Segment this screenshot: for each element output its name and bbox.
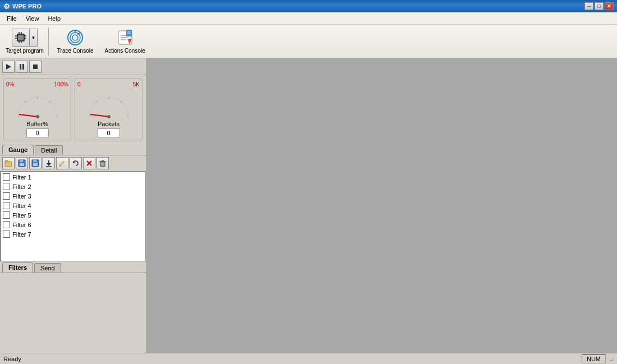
filter-checkbox[interactable] (3, 211, 10, 219)
filter-edit-button[interactable] (56, 157, 68, 169)
packets-gauge-name: Packets (98, 121, 119, 127)
filter-toolbar: + (0, 155, 146, 172)
target-program-button[interactable]: ▼ Target program (4, 26, 45, 56)
svg-rect-8 (21, 42, 22, 43)
filter-checkbox[interactable] (3, 202, 10, 209)
buffer-gauge-svg (12, 89, 63, 119)
filter-undo-button[interactable] (70, 157, 82, 169)
actions-label: Actions Console (104, 48, 145, 54)
buffer-gauge: 0% 100% (3, 79, 71, 140)
svg-rect-25 (33, 64, 38, 69)
filter-checkbox[interactable] (3, 173, 10, 181)
target-dropdown-arrow[interactable]: ▼ (30, 29, 38, 47)
status-right: NUM (582, 354, 614, 363)
title-bar-left: ⚙ WPE PRO (3, 2, 42, 11)
trace-console-icon (66, 29, 84, 47)
actions-icon (116, 29, 134, 47)
menu-view[interactable]: View (21, 14, 44, 23)
packets-gauge-svg (84, 89, 134, 119)
tab-filters[interactable]: Filters (2, 262, 33, 273)
save-icon (18, 159, 26, 167)
app-icon: ⚙ (3, 2, 10, 11)
filter-item-label: Filter 4 (12, 202, 31, 209)
filter-trash-button[interactable] (96, 157, 109, 169)
edit-icon (58, 159, 66, 167)
filter-list[interactable]: Filter 1Filter 2Filter 3Filter 4Filter 5… (0, 172, 146, 261)
svg-rect-3 (25, 35, 26, 36)
tab-gauge[interactable]: Gauge (2, 145, 34, 155)
pause-icon (19, 63, 25, 70)
tab-detail[interactable]: Detail (35, 145, 63, 155)
svg-rect-19 (126, 30, 132, 36)
filter-item-label: Filter 2 (12, 183, 31, 190)
undo-icon (72, 159, 80, 167)
filter-item[interactable]: Filter 6 (1, 220, 145, 229)
maximize-button[interactable]: □ (595, 2, 604, 10)
actions-console-button[interactable]: Actions Console (99, 26, 150, 57)
svg-text:+: + (36, 160, 38, 163)
svg-rect-4 (25, 38, 26, 39)
num-indicator: NUM (582, 354, 606, 363)
close-button[interactable]: ✕ (605, 2, 614, 10)
svg-rect-1 (15, 35, 17, 36)
buffer-min-label: 0% (6, 81, 14, 87)
controls-bar (0, 58, 146, 75)
filter-delete-button[interactable] (83, 157, 95, 169)
menu-file[interactable]: File (2, 14, 21, 23)
packets-gauge-labels: 0 5K (77, 81, 140, 87)
left-panel: 0% 100% (0, 58, 147, 353)
svg-point-12 (72, 35, 78, 40)
trace-label: Trace Console (57, 48, 94, 54)
svg-rect-58 (102, 160, 104, 162)
filter-checkbox[interactable] (3, 183, 10, 190)
packets-max-label: 5K (133, 81, 140, 87)
pause-button[interactable] (16, 61, 28, 73)
minimize-button[interactable]: ─ (584, 2, 593, 10)
packets-min-label: 0 (77, 81, 81, 87)
filter-item[interactable]: Filter 7 (1, 229, 145, 239)
open-folder-icon (4, 159, 12, 167)
svg-rect-9 (18, 35, 24, 40)
delete-icon (85, 159, 93, 167)
svg-marker-22 (6, 64, 11, 70)
filter-tab-strip: Filters Send (0, 261, 146, 273)
filter-checkbox[interactable] (3, 221, 10, 228)
filter-item[interactable]: Filter 4 (1, 201, 145, 210)
trace-console-button[interactable]: Trace Console (52, 26, 99, 57)
target-label: Target program (6, 48, 44, 54)
filter-item[interactable]: Filter 1 (1, 172, 145, 182)
svg-line-38 (90, 114, 109, 117)
filter-item[interactable]: Filter 3 (1, 191, 145, 201)
filter-item[interactable]: Filter 5 (1, 210, 145, 220)
svg-point-32 (36, 115, 39, 118)
saveas-icon: + (31, 159, 39, 167)
filter-item[interactable]: Filter 2 (1, 182, 145, 191)
buffer-gauge-value: 0 (26, 128, 49, 137)
filter-checkbox[interactable] (3, 231, 10, 238)
filter-save-button[interactable] (16, 157, 28, 169)
right-panel (147, 58, 617, 353)
filter-checkbox[interactable] (3, 192, 10, 200)
filter-open-button[interactable] (2, 157, 15, 169)
svg-rect-41 (5, 160, 8, 162)
stop-button[interactable] (29, 61, 42, 73)
chip-icon (13, 30, 29, 45)
svg-rect-47 (33, 163, 38, 166)
svg-point-64 (612, 358, 613, 360)
status-text: Ready (3, 356, 21, 362)
gauge-tab-strip: Gauge Detail (0, 144, 146, 155)
stop-icon (32, 63, 39, 70)
play-button[interactable] (2, 61, 15, 73)
svg-rect-6 (21, 32, 22, 34)
filter-item-label: Filter 3 (12, 193, 31, 200)
tab-send[interactable]: Send (34, 263, 61, 273)
menu-help[interactable]: Help (43, 14, 65, 23)
svg-rect-23 (20, 64, 21, 70)
title-bar: ⚙ WPE PRO ─ □ ✕ (0, 0, 617, 12)
packets-gauge-value: 0 (98, 128, 120, 137)
svg-rect-7 (19, 42, 20, 43)
title-bar-buttons: ─ □ ✕ (584, 2, 614, 10)
filter-import-button[interactable] (43, 157, 55, 169)
filter-saveas-button[interactable]: + (29, 157, 42, 169)
gauge-section: 0% 100% (0, 75, 146, 155)
